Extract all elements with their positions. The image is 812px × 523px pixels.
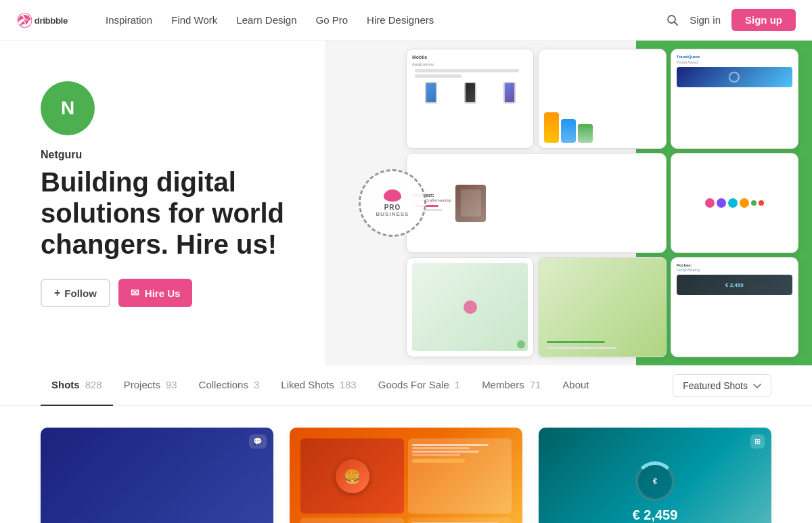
svg-line-3 (675, 22, 678, 25)
finance-amount: € 2,459 (633, 507, 678, 523)
finance-circle: € (635, 461, 675, 502)
collage-card-4: Artemest: Luxury Craftsmanship (406, 153, 667, 253)
main-nav: dribbble Inspiration Find Work Learn Des… (0, 0, 812, 41)
nav-find-work[interactable]: Find Work (171, 14, 217, 26)
hero-right: PRO BUSINESS Mobile Applications (325, 41, 812, 365)
nav-go-pro[interactable]: Go Pro (316, 14, 348, 26)
collage-card-7 (538, 257, 666, 357)
tab-members[interactable]: Members 71 (471, 365, 551, 406)
collage-card-1: Mobile Applications (406, 49, 534, 149)
tab-shots[interactable]: Shots 828 (41, 365, 113, 406)
shot-phones-1 (41, 428, 273, 523)
food-card: Big Mad Burger (300, 518, 404, 523)
plus-icon: + (54, 287, 60, 299)
filter-section: Featured Shots (673, 374, 771, 397)
signin-button[interactable]: Sign in (690, 14, 721, 26)
logo[interactable]: dribbble (16, 10, 84, 30)
shot2-layout: 🍔 Big Mad Burger (290, 428, 522, 523)
svg-text:dribbble: dribbble (35, 16, 68, 26)
collage-card-8: Pockee: Family Banking € 2,459 (671, 257, 798, 357)
collage-card-5 (671, 153, 798, 253)
food-detail (408, 518, 512, 523)
envelope-icon: ✉ (131, 287, 139, 299)
company-name: Netguru (41, 149, 298, 161)
hero-tagline: Building digital solutions for world cha… (41, 166, 298, 260)
food-list (408, 438, 512, 514)
tab-liked-shots[interactable]: Liked Shots 183 (270, 365, 367, 406)
finance-content: € € 2,459 + 390,00 € (539, 428, 771, 523)
food-image: 🍔 (300, 438, 404, 514)
profile-nav: Shots 828 Projects 93 Collections 3 Like… (0, 365, 812, 406)
shots-grid: 💬 (0, 406, 812, 523)
shot-card-3[interactable]: ⊞ € € 2,459 + 390,00 € (539, 428, 771, 523)
nav-links: Inspiration Find Work Learn Design Go Pr… (106, 14, 667, 26)
hero-collage: Mobile Applications (406, 49, 812, 357)
shot-thumbnail-3: ⊞ € € 2,459 + 390,00 € (539, 428, 771, 523)
collage-card-3: TravelQuest Pocket Advisor (671, 49, 798, 149)
follow-button[interactable]: + Follow (41, 279, 110, 307)
tab-about[interactable]: About (551, 365, 600, 406)
avatar: N (41, 81, 95, 135)
hero-section: N Netguru Building digital solutions for… (0, 41, 812, 365)
pro-badge: PRO BUSINESS (359, 169, 426, 237)
tab-collections[interactable]: Collections 3 (188, 365, 271, 406)
shot-thumbnail-1: 💬 (41, 428, 273, 523)
badge-ball (384, 189, 401, 202)
nav-hire-designers[interactable]: Hire Designers (367, 14, 434, 26)
nav-inspiration[interactable]: Inspiration (106, 14, 152, 26)
collage-card-2 (538, 49, 666, 149)
tab-projects[interactable]: Projects 93 (113, 365, 188, 406)
shot-card-1[interactable]: 💬 (41, 428, 273, 523)
signup-button[interactable]: Sign up (731, 9, 796, 31)
tab-goods-for-sale[interactable]: Goods For Sale 1 (367, 365, 471, 406)
nav-learn-design[interactable]: Learn Design (236, 14, 296, 26)
shot-card-2[interactable]: 🍔 Big Mad Burger (290, 428, 522, 523)
hero-actions: + Follow ✉ Hire Us (41, 279, 298, 307)
featured-shots-dropdown[interactable]: Featured Shots (673, 374, 771, 397)
search-icon[interactable] (667, 14, 679, 26)
shot-thumbnail-2: 🍔 Big Mad Burger (290, 428, 522, 523)
hire-button[interactable]: ✉ Hire Us (118, 279, 193, 307)
chevron-down-icon (753, 380, 761, 391)
hero-left: N Netguru Building digital solutions for… (0, 41, 325, 365)
nav-actions: Sign in Sign up (667, 9, 796, 31)
collage-card-6 (406, 257, 534, 357)
